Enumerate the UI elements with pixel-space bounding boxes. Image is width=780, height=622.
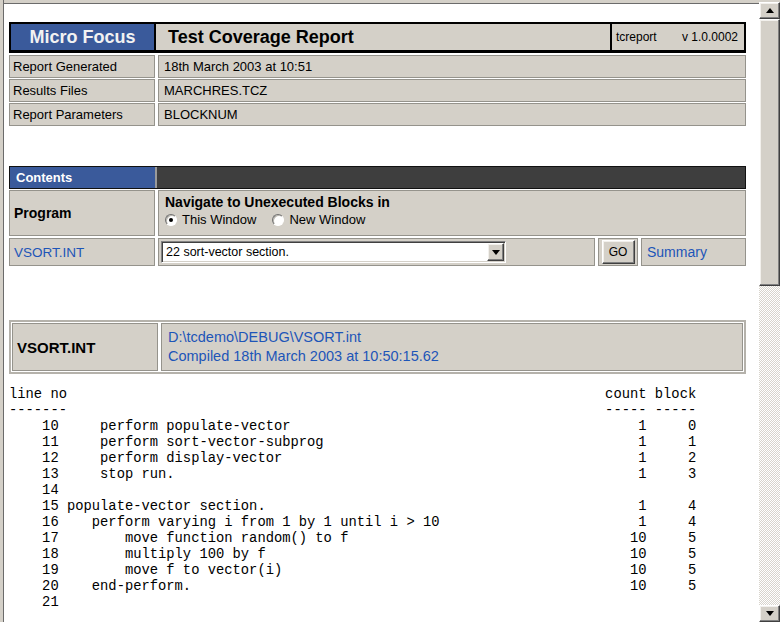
navigate-cell: Navigate to Unexecuted Blocks in This Wi… bbox=[158, 190, 746, 236]
radio-this-window-label: This Window bbox=[182, 212, 256, 227]
results-files-value: MARCHRES.TCZ bbox=[158, 79, 746, 102]
radio-option-new-window[interactable]: New Window bbox=[272, 212, 365, 227]
go-button[interactable]: GO bbox=[602, 240, 635, 264]
contents-title: Contents bbox=[10, 167, 157, 188]
summary-cell: Summary bbox=[641, 238, 746, 266]
program-column-header: Program bbox=[9, 190, 155, 236]
radio-option-this-window[interactable]: This Window bbox=[165, 212, 256, 227]
scroll-down-icon[interactable] bbox=[759, 605, 780, 622]
program-detail-table: VSORT.INT D:\tcdemo\DEBUG\VSORT.int Comp… bbox=[9, 320, 746, 374]
block-select[interactable]: 22 sort-vector section. bbox=[161, 241, 506, 263]
summary-link[interactable]: Summary bbox=[647, 244, 707, 260]
block-select-value: 22 sort-vector section. bbox=[162, 245, 487, 259]
compiled-timestamp: Compiled 18th March 2003 at 10:50:15.62 bbox=[168, 347, 736, 366]
code-listing: line no count block ------- ----- ----- … bbox=[9, 387, 746, 611]
block-select-cell: 22 sort-vector section. bbox=[158, 238, 595, 266]
go-cell: GO bbox=[598, 238, 638, 266]
contents-bar-fill bbox=[157, 167, 745, 188]
report-generated-value: 18th March 2003 at 10:51 bbox=[158, 55, 746, 78]
app-version: tcreport v 1.0.0002 bbox=[610, 24, 744, 50]
table-row: Program Navigate to Unexecuted Blocks in… bbox=[9, 190, 746, 236]
program-link-cell: VSORT.INT bbox=[9, 238, 155, 266]
navigate-heading: Navigate to Unexecuted Blocks in bbox=[165, 194, 739, 210]
app-version-number: v 1.0.0002 bbox=[682, 30, 738, 44]
radio-this-window-icon[interactable] bbox=[165, 214, 177, 226]
program-table: Program Navigate to Unexecuted Blocks in… bbox=[9, 190, 746, 266]
table-row: Results Files MARCHRES.TCZ bbox=[9, 79, 746, 102]
program-name: VSORT.INT bbox=[12, 323, 158, 371]
page-title: Test Coverage Report bbox=[156, 24, 610, 50]
report-page: Micro Focus Test Coverage Report tcrepor… bbox=[9, 22, 746, 611]
window-border-left bbox=[0, 0, 4, 622]
app-name-label: tcreport bbox=[616, 30, 657, 44]
table-row: Report Generated 18th March 2003 at 10:5… bbox=[9, 55, 746, 78]
table-row: VSORT.INT 22 sort-vector section. GO Sum… bbox=[9, 238, 746, 266]
radio-new-window-icon[interactable] bbox=[272, 214, 284, 226]
report-banner: Micro Focus Test Coverage Report tcrepor… bbox=[9, 22, 746, 53]
report-info-table: Report Generated 18th March 2003 at 10:5… bbox=[9, 55, 746, 126]
report-parameters-value: BLOCKNUM bbox=[158, 103, 746, 126]
table-row: Report Parameters BLOCKNUM bbox=[9, 103, 746, 126]
scrollbar-thumb[interactable] bbox=[759, 19, 780, 286]
report-generated-label: Report Generated bbox=[9, 55, 155, 78]
program-path-cell: D:\tcdemo\DEBUG\VSORT.int Compiled 18th … bbox=[161, 323, 743, 371]
scroll-up-icon[interactable] bbox=[759, 2, 780, 19]
report-parameters-label: Report Parameters bbox=[9, 103, 155, 126]
window-border-top bbox=[0, 0, 780, 4]
window-target-radio-group: This Window New Window bbox=[165, 212, 739, 227]
program-link-vsort[interactable]: VSORT.INT bbox=[14, 245, 84, 260]
program-path-link[interactable]: D:\tcdemo\DEBUG\VSORT.int bbox=[168, 329, 361, 345]
radio-new-window-label: New Window bbox=[289, 212, 365, 227]
chevron-down-icon[interactable] bbox=[487, 243, 504, 261]
contents-header-bar: Contents bbox=[9, 166, 746, 189]
vertical-scrollbar[interactable] bbox=[759, 2, 780, 622]
results-files-label: Results Files bbox=[9, 79, 155, 102]
brand-logo: Micro Focus bbox=[11, 24, 156, 50]
